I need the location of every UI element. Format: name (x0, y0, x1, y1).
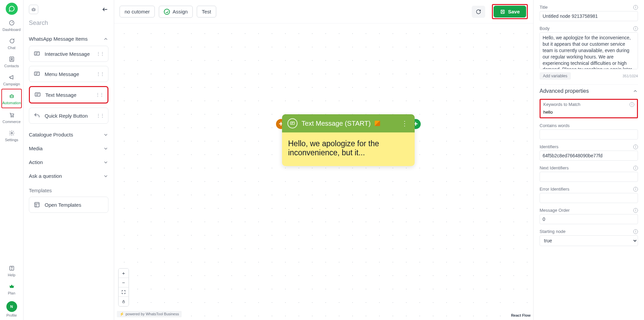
svg-rect-20 (290, 122, 294, 124)
message-order-label: Message Order (540, 208, 570, 213)
nav-label: Campaign (3, 82, 20, 86)
message-order-input[interactable] (540, 214, 638, 224)
app-logo (6, 3, 18, 15)
nav-help[interactable]: Help (0, 262, 23, 280)
nav-label: Dashboard (3, 28, 21, 32)
drag-handle-icon[interactable]: ⋮⋮ (96, 73, 104, 75)
info-icon[interactable]: i (633, 5, 638, 10)
node-text-message[interactable]: + + Text Message (START) ⋮ Hello, we apo… (282, 114, 415, 166)
identifiers-input[interactable] (540, 151, 638, 161)
info-icon[interactable]: i (633, 145, 638, 149)
group-media[interactable]: Media (29, 142, 108, 155)
zoom-in-button[interactable]: + (119, 269, 129, 278)
info-icon[interactable]: i (633, 187, 638, 192)
search-input[interactable] (29, 18, 108, 28)
title-input[interactable] (540, 11, 638, 21)
zoom-out-button[interactable]: − (119, 278, 129, 287)
title-label: Title (540, 5, 548, 10)
svg-point-6 (11, 116, 11, 117)
nav-contacts[interactable]: Contacts (0, 52, 23, 71)
message-icon (33, 50, 41, 57)
message-icon (33, 70, 41, 78)
svg-point-13 (34, 9, 34, 10)
zoom-fit-button[interactable] (119, 287, 129, 297)
info-icon[interactable]: i (633, 229, 638, 234)
info-icon[interactable]: i (630, 102, 634, 107)
message-icon (34, 91, 41, 98)
next-identifiers-label: Next Identifiers (540, 165, 569, 170)
starting-node-select[interactable]: true (540, 235, 638, 246)
test-button[interactable]: Test (197, 6, 216, 17)
group-catalogue[interactable]: Catalogue Products (29, 128, 108, 142)
error-identifiers-input[interactable] (540, 193, 638, 203)
flow-canvas[interactable]: + + Text Message (START) ⋮ Hello, we apo… (114, 24, 533, 320)
save-button[interactable]: Save (494, 6, 526, 17)
item-interactive-message[interactable]: Interactive Message ⋮⋮ (29, 46, 108, 62)
svg-point-7 (12, 116, 13, 117)
nav-campaign[interactable]: Campaign (0, 71, 23, 89)
nav-commerce[interactable]: Commerce (0, 108, 23, 126)
gear-icon (8, 130, 15, 136)
chevron-down-icon (103, 160, 108, 165)
svg-rect-14 (35, 52, 40, 55)
svg-rect-16 (35, 93, 40, 96)
group-action[interactable]: Action (29, 155, 108, 169)
keywords-label: Keywords to Match (543, 102, 581, 107)
nav-label: Automation (2, 101, 21, 105)
svg-rect-17 (35, 202, 39, 207)
svg-rect-15 (35, 72, 40, 75)
svg-point-2 (11, 58, 12, 59)
info-icon[interactable]: i (633, 208, 638, 213)
nav-label: Profile (6, 313, 17, 317)
assign-label: Assign (173, 9, 188, 14)
starting-node-label: Starting node (540, 229, 565, 234)
identifiers-label: Identifiers (540, 144, 558, 149)
nav-settings[interactable]: Settings (0, 126, 23, 145)
keywords-input[interactable] (543, 109, 600, 115)
chevron-up-icon (103, 36, 108, 42)
nav-chat[interactable]: Chat (0, 34, 23, 52)
powered-by-badge: powered by WhatsTool Business (117, 311, 182, 317)
refresh-button[interactable] (472, 6, 485, 18)
next-identifiers-input[interactable] (540, 172, 638, 182)
zoom-lock-button[interactable] (119, 297, 129, 306)
drag-handle-icon[interactable]: ⋮⋮ (96, 53, 104, 55)
nav-label: Commerce (3, 120, 21, 124)
add-variables-button[interactable]: Add variables (540, 72, 571, 80)
drag-handle-icon[interactable]: ⋮⋮ (95, 94, 103, 96)
back-button[interactable] (101, 6, 108, 13)
zoom-controls: + − (118, 268, 129, 307)
chevron-down-icon (103, 173, 108, 179)
save-icon (500, 9, 505, 14)
contains-input[interactable] (540, 129, 638, 139)
nav-profile[interactable]: N Profile (0, 298, 23, 320)
chevron-down-icon (103, 146, 108, 151)
group-whatsapp[interactable]: WhatsApp Message Items (29, 32, 108, 46)
info-icon[interactable]: i (633, 166, 638, 170)
group-ask[interactable]: Ask a question (29, 169, 108, 183)
assign-button[interactable]: Assign (159, 6, 193, 18)
char-count: 351/1024 (623, 74, 638, 78)
nav-dashboard[interactable]: Dashboard (0, 16, 23, 34)
group-title: Ask a question (29, 173, 62, 179)
body-textarea[interactable] (540, 32, 638, 69)
item-quick-reply[interactable]: Quick Reply Button ⋮⋮ (29, 108, 108, 124)
drag-handle-icon[interactable]: ⋮⋮ (96, 115, 104, 117)
open-templates-button[interactable]: Open Templates (29, 197, 108, 213)
start-flag-icon (375, 121, 380, 126)
canvas-toolbar: no cutomer Assign Test Save (114, 0, 533, 24)
node-header[interactable]: Text Message (START) ⋮ (282, 114, 415, 132)
no-customer-button[interactable]: no cutomer (120, 6, 155, 17)
advanced-label: Advanced properties (540, 88, 589, 94)
nav-automation[interactable]: Automation (1, 89, 22, 108)
item-text-message[interactable]: Text Message ⋮⋮ (29, 86, 108, 104)
chat-icon (8, 38, 15, 44)
node-body-preview: Hello, we apologize for the inconvenienc… (282, 132, 415, 166)
item-menu-message[interactable]: Menu Message ⋮⋮ (29, 66, 108, 82)
advanced-toggle[interactable]: Advanced properties (540, 84, 638, 99)
node-menu-button[interactable]: ⋮ (400, 119, 409, 127)
whatsapp-icon (164, 9, 170, 15)
properties-panel: Title i Body i Add variables 351/1024 Ad… (533, 0, 644, 320)
info-icon[interactable]: i (633, 26, 638, 31)
nav-plan[interactable]: Plan (0, 280, 23, 298)
